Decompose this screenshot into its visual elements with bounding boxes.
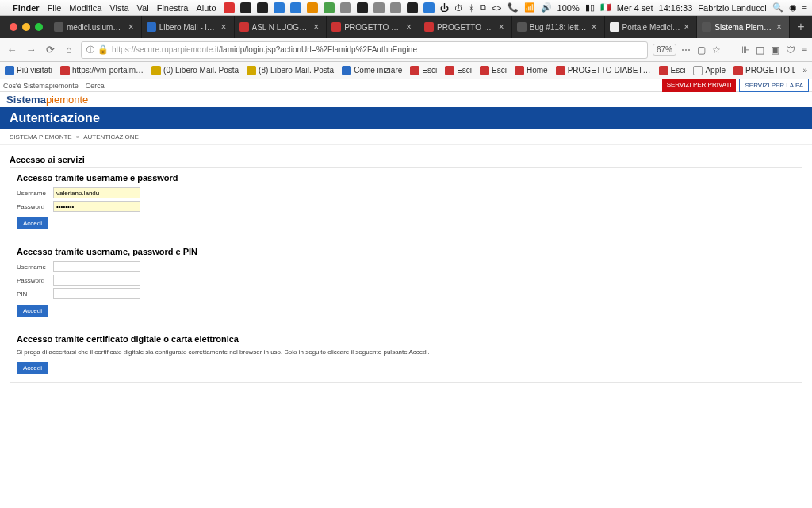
tray-icon[interactable]	[307, 2, 318, 13]
tray-icon[interactable]	[257, 2, 268, 13]
menu-window[interactable]: Finestra	[157, 3, 189, 13]
input-icon[interactable]: 🇮🇹	[600, 2, 611, 13]
browser-tab[interactable]: PROGETTO DIABETOLO… ×	[327, 16, 419, 38]
tray-icon[interactable]	[274, 2, 285, 13]
ext-icon[interactable]: ▣	[771, 44, 779, 56]
tray-icon[interactable]: ⏻	[440, 3, 449, 13]
phone-icon[interactable]: 📞	[508, 2, 519, 13]
top-link[interactable]: Cerca	[86, 82, 108, 90]
bookmark-item[interactable]: (8) Libero Mail. Posta	[247, 66, 334, 75]
forward-button[interactable]: →	[24, 44, 38, 56]
menu-view[interactable]: Vista	[109, 3, 128, 13]
bookmark-item[interactable]: Come iniziare	[342, 66, 402, 75]
reload-button[interactable]: ⟳	[43, 44, 57, 56]
menu-edit[interactable]: Modifica	[69, 3, 102, 13]
accedi-button[interactable]: Accedi	[17, 217, 48, 229]
tab-close-icon[interactable]: ×	[499, 21, 507, 33]
sidebar-icon[interactable]: ◫	[756, 44, 764, 56]
bookmark-item[interactable]: PROGETTO DIABET…	[733, 66, 795, 75]
tray-icon[interactable]	[357, 2, 368, 13]
browser-tab[interactable]: Portale Medici e Pediat… ×	[605, 16, 698, 38]
accedi-button[interactable]: Accedi	[17, 305, 48, 317]
home-button[interactable]: ⌂	[62, 44, 76, 56]
username-label: Username	[17, 190, 50, 197]
more-icon[interactable]: ⋯	[681, 44, 691, 56]
window-zoom-icon[interactable]	[35, 23, 43, 31]
top-link[interactable]: Cos'è Sistemapiemonte	[3, 82, 82, 90]
window-close-icon[interactable]	[10, 23, 17, 31]
tray-icon[interactable]	[390, 2, 401, 13]
bookmark-item[interactable]: Apple	[693, 66, 726, 75]
notifications-icon[interactable]: ≡	[802, 3, 807, 13]
password-field[interactable]	[53, 275, 140, 286]
library-icon[interactable]: ⊪	[741, 44, 749, 56]
tab-close-icon[interactable]: ×	[776, 21, 784, 33]
menu-file[interactable]: File	[48, 3, 62, 13]
tray-icon[interactable]	[240, 2, 251, 13]
bookmark-item[interactable]: PROGETTO DIABET…	[556, 66, 651, 75]
app-name[interactable]: Finder	[13, 3, 40, 13]
browser-tab[interactable]: medici.uslumbria1.it/m… ×	[49, 16, 142, 38]
tab-close-icon[interactable]: ×	[128, 21, 136, 33]
bookmark-item[interactable]: Esci	[659, 66, 686, 75]
bookmark-item[interactable]: Più visitati	[5, 66, 52, 75]
tab-close-icon[interactable]: ×	[406, 21, 414, 33]
bookmark-star-icon[interactable]: ☆	[712, 44, 721, 56]
bookmark-label: https://vm-portalm…	[72, 66, 144, 75]
pin-field[interactable]	[53, 288, 140, 299]
tray-icon[interactable]: <>	[492, 3, 502, 13]
back-button[interactable]: ←	[5, 44, 19, 56]
bookmark-item[interactable]: https://vm-portalm…	[60, 66, 144, 75]
bluetooth-icon[interactable]: ᚼ	[469, 3, 474, 13]
reader-icon[interactable]: ▢	[697, 44, 706, 56]
zoom-level[interactable]: 67%	[653, 44, 676, 56]
password-field[interactable]	[53, 201, 140, 212]
browser-tab[interactable]: Sistema Piemonte - Autentic… ×	[697, 16, 790, 38]
user-text[interactable]: Fabrizio Landucci	[698, 3, 766, 13]
browser-nav-bar: ← → ⟳ ⌂ ⓘ 🔒 https://secure.ruparpiemonte…	[0, 38, 812, 62]
accedi-button[interactable]: Accedi	[17, 362, 48, 374]
bookmark-item[interactable]: Esci	[480, 66, 507, 75]
spotlight-icon[interactable]: 🔍	[772, 2, 783, 13]
tray-icon[interactable]	[423, 2, 435, 13]
tray-icon[interactable]	[407, 2, 418, 13]
bookmarks-overflow-icon[interactable]: »	[802, 66, 807, 75]
tab-close-icon[interactable]: ×	[221, 21, 229, 33]
browser-tab[interactable]: PROGETTO DIABETOLO… ×	[419, 16, 512, 38]
tray-icon[interactable]	[224, 2, 235, 13]
bookmark-label: Apple	[705, 66, 726, 75]
wifi-icon[interactable]: 📶	[524, 2, 535, 13]
menu-help[interactable]: Aiuto	[196, 3, 216, 13]
pill-privati[interactable]: SERVIZI PER PRIVATI	[662, 79, 737, 92]
tray-icon[interactable]: ⏱	[454, 3, 463, 13]
tab-close-icon[interactable]: ×	[592, 21, 599, 33]
siri-icon[interactable]: ◉	[789, 2, 797, 13]
tab-close-icon[interactable]: ×	[313, 21, 321, 33]
browser-tab[interactable]: ASL N LUOGO Area Ser… ×	[235, 16, 327, 38]
menu-go[interactable]: Vai	[137, 3, 149, 13]
tab-close-icon[interactable]: ×	[684, 21, 691, 33]
username-field[interactable]	[53, 261, 140, 272]
new-tab-button[interactable]: +	[790, 16, 812, 38]
tray-icon[interactable]	[324, 2, 335, 13]
browser-tab[interactable]: Libero Mail - login ×	[142, 16, 235, 38]
tray-icon[interactable]	[290, 2, 301, 13]
menu-icon[interactable]: ≡	[802, 44, 807, 56]
volume-icon[interactable]: 🔊	[541, 2, 552, 13]
tray-icon[interactable]	[373, 2, 385, 13]
tray-icon[interactable]: ⧉	[480, 2, 486, 13]
shield-icon[interactable]: 🛡	[786, 44, 795, 56]
browser-tab[interactable]: Bug #118: lettere camb… ×	[512, 16, 605, 38]
bookmark-item[interactable]: Esci	[445, 66, 472, 75]
tray-icon[interactable]	[340, 2, 351, 13]
username-field[interactable]	[53, 187, 140, 198]
password-label: Password	[17, 203, 50, 210]
bookmark-item[interactable]: Home	[515, 66, 548, 75]
bookmark-item[interactable]: Esci	[410, 66, 437, 75]
crumb[interactable]: SISTEMA PIEMONTE	[10, 133, 72, 140]
url-bar[interactable]: ⓘ 🔒 https://secure.ruparpiemonte.it/lami…	[81, 41, 648, 59]
info-icon[interactable]: ⓘ	[86, 44, 94, 56]
bookmark-item[interactable]: (0) Libero Mail. Posta	[151, 66, 239, 75]
pill-pa[interactable]: SERVIZI PER LA PA	[739, 79, 809, 92]
window-minimize-icon[interactable]	[22, 23, 30, 31]
